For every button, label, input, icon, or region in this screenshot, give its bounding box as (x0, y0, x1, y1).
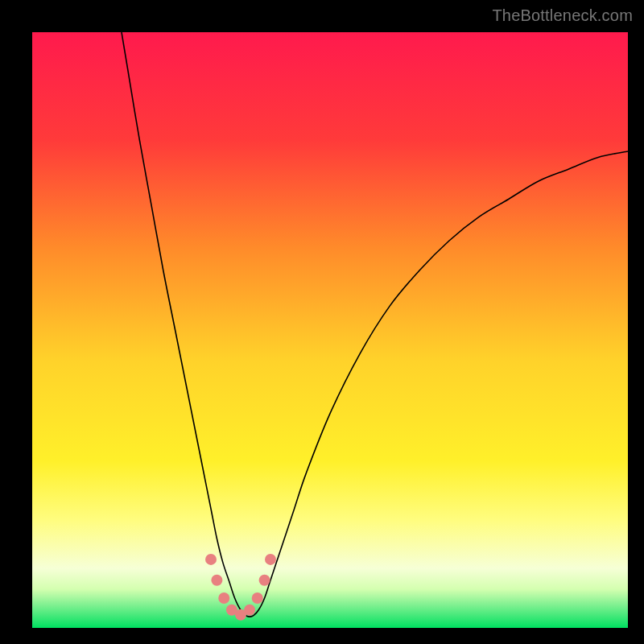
watermark-text: TheBottleneck.com (492, 6, 633, 25)
trough-dot (205, 554, 217, 565)
chart-background-gradient (32, 32, 628, 628)
trough-dot (259, 575, 270, 586)
chart-canvas (32, 32, 628, 628)
trough-dot (244, 605, 255, 616)
trough-dot (218, 592, 229, 604)
trough-dot (252, 592, 263, 604)
trough-dot (265, 554, 276, 565)
trough-dot (211, 575, 222, 586)
chart-svg (32, 32, 628, 628)
outer-black-frame: TheBottleneck.com (0, 0, 644, 644)
